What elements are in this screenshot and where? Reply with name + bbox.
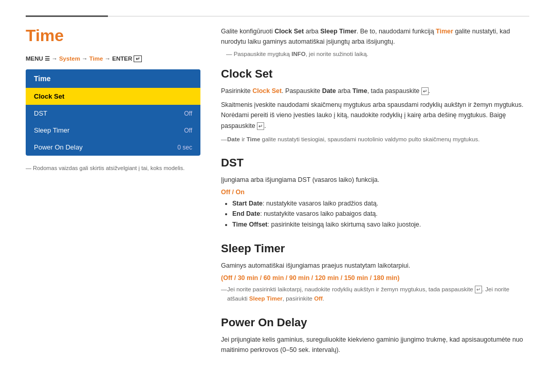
section-clock-set-text1: Pasirinkite Clock Set. Paspauskite Date … bbox=[221, 86, 529, 97]
menu-item-dst-value: Off bbox=[184, 110, 192, 117]
top-dividers bbox=[26, 15, 529, 17]
menu-box-title: Time bbox=[26, 69, 200, 88]
left-note: Rodomas vaizdas gali skirtis atsižvelgia… bbox=[26, 165, 200, 171]
section-dst-title: DST bbox=[221, 156, 529, 170]
menu-item-power-on-delay-value: 0 sec bbox=[177, 144, 192, 151]
menu-item-sleep-timer-value: Off bbox=[184, 127, 192, 134]
section-dst: DST Įjungiama arba išjungiama DST (vasar… bbox=[221, 156, 529, 230]
section-clock-set-note: Date ir Time galite nustatyti tiesiogiai… bbox=[221, 135, 529, 144]
menu-item-sleep-timer-label: Sleep Timer bbox=[34, 126, 69, 134]
dst-bullet-offset: Time Offset: pasirinkite teisingą laiko … bbox=[232, 219, 529, 230]
menu-item-clock-set[interactable]: Clock Set bbox=[26, 88, 200, 105]
section-sleep-timer: Sleep Timer Gaminys automatiškai išjungi… bbox=[221, 242, 529, 303]
menu-item-clock-set-label: Clock Set bbox=[34, 92, 64, 100]
section-clock-set-text2: Skaitmenis įveskite naudodami skaičmenų … bbox=[221, 100, 529, 132]
section-power-on-delay-title: Power On Delay bbox=[221, 316, 529, 329]
left-column: Time MENU ☰ → System → Time → ENTER ↵ Ti… bbox=[26, 26, 200, 368]
section-dst-text1: Įjungiama arba išjungiama DST (vasaros l… bbox=[221, 175, 529, 185]
page-title: Time bbox=[26, 26, 200, 45]
section-sleep-timer-options: (Off / 30 min / 60 min / 90 min / 120 mi… bbox=[221, 274, 529, 282]
menu-item-dst[interactable]: DST Off bbox=[26, 105, 200, 122]
section-sleep-timer-title: Sleep Timer bbox=[221, 242, 529, 255]
section-power-on-delay-text1: Jei prijungiate kelis gaminius, sureguli… bbox=[221, 334, 529, 356]
menu-item-power-on-delay[interactable]: Power On Delay 0 sec bbox=[26, 139, 200, 156]
menu-item-sleep-timer[interactable]: Sleep Timer Off bbox=[26, 122, 200, 139]
divider-dark bbox=[26, 15, 108, 17]
menu-item-dst-label: DST bbox=[34, 109, 47, 117]
intro-note: Paspauskite mygtuką INFO, jei norite suž… bbox=[221, 51, 529, 57]
menu-item-power-on-delay-label: Power On Delay bbox=[34, 143, 83, 151]
divider-light bbox=[108, 16, 529, 16]
dst-bullet-start: Start Date: nustatykite vasaros laiko pr… bbox=[232, 198, 529, 209]
right-column: Galite konfigūruoti Clock Set arba Sleep… bbox=[221, 26, 529, 368]
section-sleep-timer-text1: Gaminys automatiškai išjungiamas praejus… bbox=[221, 260, 529, 271]
intro-text: Galite konfigūruoti Clock Set arba Sleep… bbox=[221, 26, 529, 47]
section-clock-set: Clock Set Pasirinkite Clock Set. Paspaus… bbox=[221, 67, 529, 144]
section-dst-bullets: Start Date: nustatykite vasaros laiko pr… bbox=[221, 198, 529, 230]
section-clock-set-title: Clock Set bbox=[221, 67, 529, 81]
menu-path: MENU ☰ → System → Time → ENTER ↵ bbox=[26, 55, 200, 62]
menu-box: Time Clock Set DST Off Sleep Timer Off P… bbox=[26, 69, 200, 156]
section-dst-options: Off / On bbox=[221, 189, 529, 196]
section-power-on-delay: Power On Delay Jei prijungiate kelis gam… bbox=[221, 316, 529, 356]
dst-bullet-end: End Date: nustatykite vasaros laiko paba… bbox=[232, 209, 529, 219]
main-layout: Time MENU ☰ → System → Time → ENTER ↵ Ti… bbox=[26, 26, 529, 368]
section-sleep-timer-note: Jei norite pasirinkti laikotarpį, naudok… bbox=[221, 285, 529, 304]
